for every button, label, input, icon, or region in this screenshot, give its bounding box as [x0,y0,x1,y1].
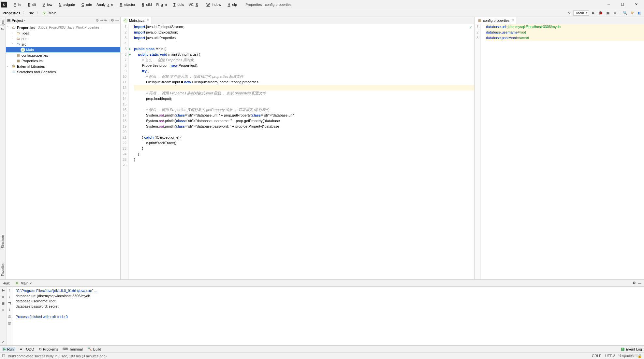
menu-tools[interactable]: Tools [169,2,186,7]
editor-left: CMain.java× ✓ 12345▶6▶789101112131415161… [121,17,475,279]
status-message: Build completed successfully in 3 sec, 1… [8,354,107,358]
scroll-icon[interactable]: ⤓ [8,308,11,312]
menu-file[interactable]: File [10,2,23,7]
gear-icon[interactable]: ⚙ [111,18,114,22]
status-readonly-icon[interactable]: 🔒 [637,354,642,358]
tree-out[interactable]: ›🗀out [6,36,120,41]
print-icon[interactable]: 🖶 [8,315,11,319]
menu-refactor[interactable]: Refactor [116,2,137,7]
tool-run[interactable]: ▶Run [2,347,15,351]
tree-root[interactable]: ˅🗀Properties D:\002_Project\003_Java_Wor… [6,25,120,30]
left-tool-tabs: Project Structure Favorites [0,17,6,279]
status-icon: ☐ [2,354,5,358]
collapse-icon[interactable]: ⇤ [104,18,107,22]
close-tab-icon[interactable]: × [147,19,149,22]
project-tree: ˅🗀Properties D:\002_Project\003_Java_Wor… [6,24,120,279]
crumb-2[interactable]: Main [48,11,57,15]
tab-config-properties[interactable]: ▦config.properties× [475,17,517,24]
project-panel: ▤ Project ▾ ⊙ ⇥ ⇤ | ⚙ — ˅🗀Properties D:\… [6,17,121,279]
run-label: Run: [3,281,10,285]
status-bar: ☐ Build completed successfully in 3 sec,… [0,352,644,359]
stop-icon[interactable]: ■ [612,10,618,16]
tool-eventlog[interactable]: 1Event Log [621,347,642,351]
menu-window[interactable]: Window [202,2,223,7]
menu-view[interactable]: View [39,2,54,7]
code-editor-main[interactable]: ✓ 12345▶6▶789101112131415161718192021222… [121,24,474,279]
menu-navigate[interactable]: Navigate [55,2,77,7]
run-tab-main[interactable]: CMain× [13,281,34,285]
expand-icon[interactable]: ⇥ [100,18,103,22]
app-logo: IJ [1,2,7,7]
project-view-icon: ▤ [7,18,10,22]
side-tab-project[interactable]: Project [1,18,5,31]
window-title: Properties - config.properties [245,3,291,7]
tool-problems[interactable]: ⊘Problems [39,347,58,351]
minimize-button[interactable]: ─ [602,1,615,8]
titlebar: IJ File Edit View Navigate Code Analyze … [0,0,644,9]
ide-icon[interactable]: ◧ [637,10,642,16]
tree-idea[interactable]: ›🗀.idea [6,30,120,36]
tree-main[interactable]: CMain [6,47,120,52]
status-encoding[interactable]: UTF-8 [605,354,615,358]
tool-build[interactable]: 🔨Build [87,347,101,351]
crumb-1[interactable]: src [28,11,35,15]
search-icon[interactable]: 🔍 [622,10,628,16]
tree-external-libs[interactable]: ›🏛External Libraries [6,63,120,69]
crumb-0[interactable]: Properties [2,11,21,15]
menu-edit[interactable]: Edit [24,2,38,7]
tool-todo[interactable]: ≣TODO [20,347,34,351]
menu-code[interactable]: Code [78,2,94,7]
console-output[interactable]: "C:\Program Files\Java\jdk1.8.0_91\bin\j… [13,287,644,345]
class-icon: C [42,11,47,15]
bottom-tool-tabs: ▶Run ≣TODO ⊘Problems ⌨Terminal 🔨Build 1E… [0,345,644,352]
tree-src[interactable]: ˅🗀src [6,41,120,47]
trash-icon[interactable]: 🗑 [8,321,11,325]
wrap-icon[interactable]: ⇆ [8,301,11,305]
main-menu: File Edit View Navigate Code Analyze Ref… [10,2,239,7]
tree-iml[interactable]: ▦Properties.iml [6,58,120,63]
menu-help[interactable]: Help [224,2,239,7]
stop-icon[interactable]: ■ [2,295,4,299]
menu-vcs[interactable]: VCS [187,2,202,7]
side-tab-favorites[interactable]: Favorites [1,261,5,277]
filter-icon[interactable]: ↗ [2,340,5,344]
status-indent[interactable]: 4 spaces [619,354,634,358]
breadcrumb: Properties〉 src〉 C Main [2,10,57,16]
coverage-icon[interactable]: ▣ [605,10,610,16]
tool-terminal[interactable]: ⌨Terminal [63,347,83,351]
down-icon[interactable]: ↓ [9,295,11,298]
project-panel-title: Project [12,19,23,22]
menu-build[interactable]: Build [138,2,154,7]
up-icon[interactable]: ↑ [9,288,11,292]
locate-icon[interactable]: ⊙ [96,18,99,22]
run-tool-window: Run: CMain× ⚙— ▶ ■ ⊟ ≡ ↗ ↑ ↓ ⇆ ⤓ 🖶 🗑 "C:… [0,279,644,345]
maximize-button[interactable]: ☐ [616,1,629,8]
menu-analyze[interactable]: Analyze [95,2,115,7]
hide-icon[interactable]: — [638,281,641,285]
debug-icon[interactable]: 🐞 [598,10,603,16]
close-button[interactable]: ✕ [630,1,643,8]
run-icon[interactable]: ▶ [591,10,596,16]
tree-config[interactable]: ▦config.properties [6,52,120,58]
editor-right: ▦config.properties× ▲2 ✓1 ˆ ˇ 123 databa… [475,17,644,279]
sync-icon[interactable]: ⟳ [630,10,635,16]
side-tab-structure[interactable]: Structure [1,234,5,250]
hide-icon[interactable]: — [115,18,119,22]
pin-icon[interactable]: ≡ [2,308,4,312]
back-icon[interactable]: ↖ [566,10,571,16]
navigation-bar: Properties〉 src〉 C Main ↖ Main ▶ 🐞 ▣ ■ |… [0,9,644,17]
menu-run[interactable]: Run [154,2,169,7]
tree-scratches[interactable]: ☰Scratches and Consoles [6,69,120,75]
tab-main-java[interactable]: CMain.java× [121,17,152,24]
status-crlf[interactable]: CRLF [592,354,601,358]
code-editor-config[interactable]: ▲2 ✓1 ˆ ˇ 123 database.url=jdbc:mysql://… [475,24,644,279]
run-config-dropdown[interactable]: Main [573,10,589,16]
close-tab-icon[interactable]: × [512,19,514,22]
rerun-icon[interactable]: ▶ [2,288,5,292]
gear-icon[interactable]: ⚙ [633,281,636,285]
layout-icon[interactable]: ⊟ [2,301,5,306]
